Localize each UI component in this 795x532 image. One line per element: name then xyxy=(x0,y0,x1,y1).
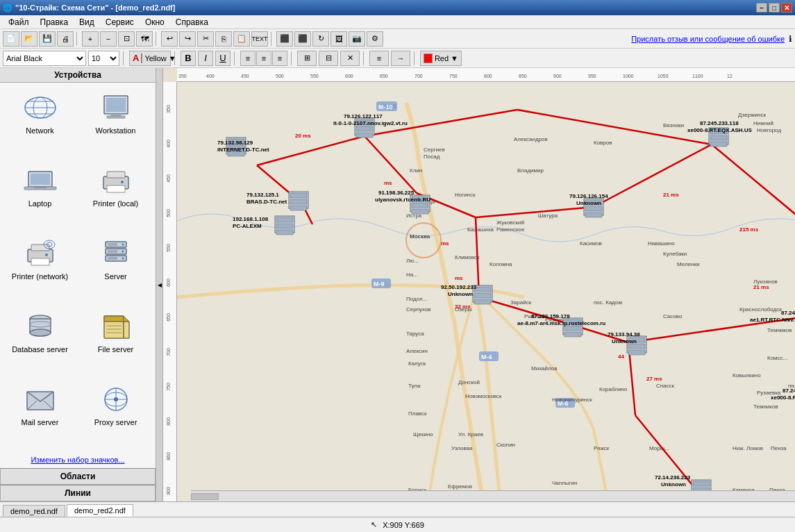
lines-button[interactable]: ≡ xyxy=(369,51,389,66)
device-workstation[interactable]: Workstation xyxy=(78,85,153,157)
svg-text:750: 750 xyxy=(166,383,171,391)
maximize-button[interactable]: □ xyxy=(769,3,780,13)
menu-file[interactable]: Файл xyxy=(3,16,35,28)
font-name-select[interactable]: Arial Black xyxy=(3,51,86,66)
font-sep2 xyxy=(174,51,177,65)
align-right-text-button[interactable]: ≡ xyxy=(272,51,287,66)
svg-text:Москва: Москва xyxy=(410,233,430,240)
rotate-button[interactable]: ↻ xyxy=(312,31,329,47)
svg-text:Пенза: Пенза xyxy=(771,445,787,451)
table-button[interactable]: ⊞ xyxy=(297,51,317,66)
bold-button[interactable]: B xyxy=(181,51,196,66)
map-canvas[interactable]: M-10 M-10 M-9 M-4 M-6 M-2 xyxy=(177,82,795,501)
line-color-button[interactable]: Red ▼ xyxy=(420,51,462,66)
laptop-label: Laptop xyxy=(28,199,52,208)
menu-help[interactable]: Справка xyxy=(170,16,214,28)
fit-button[interactable]: ⊡ xyxy=(118,31,135,47)
device-database[interactable]: Database server xyxy=(3,304,77,376)
device-printer-network[interactable]: Printer (network) xyxy=(3,231,77,303)
menu-edit[interactable]: Правка xyxy=(35,16,74,28)
svg-text:Михайлов: Михайлов xyxy=(531,365,557,372)
minimize-button[interactable]: – xyxy=(756,3,767,13)
device-laptop[interactable]: Laptop xyxy=(3,158,77,230)
italic-button[interactable]: I xyxy=(198,51,213,66)
device-network[interactable]: Network xyxy=(3,85,77,157)
areas-button[interactable]: Области xyxy=(0,468,156,485)
align-left-button[interactable]: ⬛ xyxy=(276,31,293,47)
align-center-text-button[interactable]: ≡ xyxy=(256,51,271,66)
svg-text:700: 700 xyxy=(166,348,171,356)
map-area[interactable]: 350 400 450 500 550 600 650 700 750 800 … xyxy=(163,68,795,501)
cross-button[interactable]: ✕ xyxy=(340,51,360,66)
svg-text:Кулебаки: Кулебаки xyxy=(663,251,687,257)
device-server[interactable]: Server xyxy=(78,231,153,303)
title-left: 🌐 "10-Страйк: Схема Сети" - [demo_red2.n… xyxy=(3,3,175,13)
cursor-icon: ↖ xyxy=(371,520,377,529)
menu-view[interactable]: Вид xyxy=(74,16,100,28)
device-mail[interactable]: Mail server xyxy=(3,377,77,449)
device-proxy[interactable]: Proxy server xyxy=(78,377,153,449)
tab-demo-red[interactable]: demo_red.ndf xyxy=(3,505,65,517)
close-button[interactable]: ✕ xyxy=(781,3,792,13)
device-printer-local[interactable]: Printer (local) xyxy=(78,158,153,230)
svg-text:Ковылкино: Ковылкино xyxy=(733,372,761,379)
svg-text:850: 850 xyxy=(519,74,527,78)
paste-button[interactable]: 📋 xyxy=(233,31,250,47)
svg-text:650: 650 xyxy=(380,74,388,78)
image-button[interactable]: 🖼 xyxy=(330,31,347,47)
svg-text:Подол...: Подол... xyxy=(406,296,427,302)
underline-button[interactable]: U xyxy=(215,51,231,66)
title-controls[interactable]: – □ ✕ xyxy=(756,3,792,13)
save-button[interactable]: 💾 xyxy=(39,31,56,47)
cut-button[interactable]: ✂ xyxy=(197,31,214,47)
align-left-text-button[interactable]: ≡ xyxy=(240,51,256,66)
svg-point-50 xyxy=(114,397,118,401)
svg-text:400: 400 xyxy=(166,140,171,148)
align-center-button[interactable]: ⬛ xyxy=(294,31,311,47)
database-icon xyxy=(21,309,59,344)
svg-text:450: 450 xyxy=(166,174,171,183)
text-button[interactable]: TEXT xyxy=(251,31,268,47)
svg-text:пнз: пнз xyxy=(788,383,795,389)
svg-text:M-10: M-10 xyxy=(378,103,393,110)
print-button[interactable]: 🖨 xyxy=(57,31,74,47)
feedback-link[interactable]: Прислать отзыв или сообщение об ошибке xyxy=(631,35,785,43)
svg-text:Клин: Клин xyxy=(410,167,422,174)
map-button[interactable]: 🗺 xyxy=(136,31,153,47)
database-label: Database server xyxy=(12,345,68,354)
undo-button[interactable]: ↩ xyxy=(161,31,178,47)
ruler-top: 350 400 450 500 550 600 650 700 750 800 … xyxy=(177,68,795,82)
tab-demo-red2[interactable]: demo_red2.ndf xyxy=(67,504,133,517)
device-fileserver[interactable]: File server xyxy=(78,304,153,376)
zoom-out-button[interactable]: − xyxy=(100,31,117,47)
font-size-select[interactable]: 10 xyxy=(88,51,119,66)
svg-text:1050: 1050 xyxy=(658,74,669,78)
svg-text:Шатура: Шатура xyxy=(538,213,558,219)
arrows-button[interactable]: → xyxy=(391,51,410,66)
svg-text:900: 900 xyxy=(166,487,171,495)
svg-text:M-9: M-9 xyxy=(374,281,385,288)
collapse-handle[interactable]: ◀ xyxy=(156,68,163,501)
change-icons-link[interactable]: Изменить набор значков... xyxy=(0,451,156,468)
font-color-button[interactable]: A Yellow ▼ xyxy=(129,51,171,66)
svg-rect-19 xyxy=(31,258,49,265)
zoom-in-button[interactable]: + xyxy=(82,31,99,47)
lines-button[interactable]: Линии xyxy=(0,485,156,501)
settings-button[interactable]: ⚙ xyxy=(367,31,383,47)
svg-rect-37 xyxy=(104,316,124,322)
svg-text:Раменское: Раменское xyxy=(496,226,525,233)
svg-point-27 xyxy=(122,251,124,253)
copy-button[interactable]: ⎘ xyxy=(215,31,232,47)
svg-text:Мытищи: Мытищи xyxy=(413,199,435,205)
grid-button[interactable]: ⊟ xyxy=(319,51,338,66)
photo-button[interactable]: 📷 xyxy=(349,31,365,47)
open-button[interactable]: 📂 xyxy=(21,31,37,47)
menu-window[interactable]: Окно xyxy=(140,16,170,28)
new-button[interactable]: 📄 xyxy=(3,31,19,47)
svg-text:Ниж. Ломов: Ниж. Ломов xyxy=(733,445,763,451)
menu-service[interactable]: Сервис xyxy=(100,16,140,28)
redo-button[interactable]: ↪ xyxy=(179,31,196,47)
horizontal-scrollbar[interactable] xyxy=(191,490,795,501)
svg-text:Тула: Тула xyxy=(408,383,421,389)
devices-header: Устройства xyxy=(0,68,156,83)
